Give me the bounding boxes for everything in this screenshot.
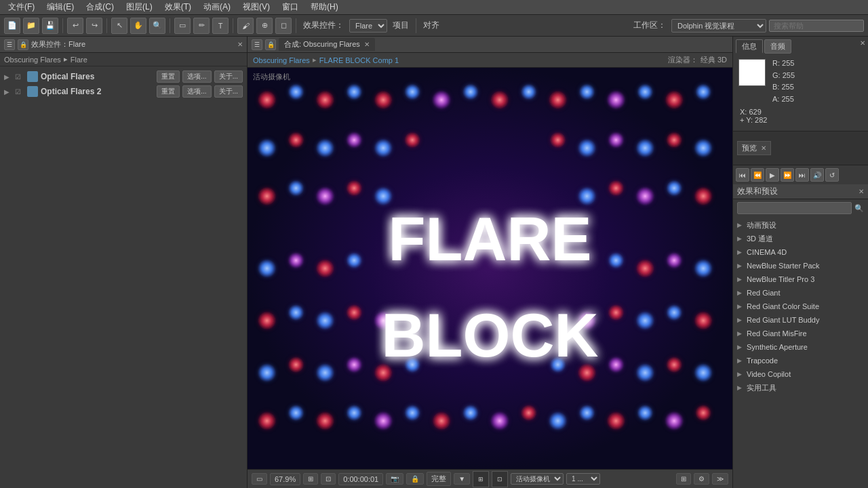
camera-mode-select[interactable]: 活动摄像机: [511, 473, 564, 485]
info-close[interactable]: ✕: [860, 39, 865, 54]
viewer-region-btn[interactable]: ▭: [252, 473, 267, 485]
preview-play[interactable]: ▶: [766, 168, 779, 182]
viewer-area[interactable]: 活动摄像机: [248, 68, 732, 469]
preview-next[interactable]: ⏩: [781, 168, 794, 182]
svg-point-77: [490, 411, 509, 430]
panel-lock-btn[interactable]: 🔒: [18, 39, 28, 50]
effect-expand-2[interactable]: ▶: [4, 88, 12, 96]
toolbar-pen[interactable]: ✏: [193, 18, 210, 34]
breadcrumb-parent[interactable]: Obscuring Flares: [4, 56, 61, 64]
preview-audio[interactable]: 🔊: [810, 168, 824, 182]
menu-edit[interactable]: 编辑(E): [41, 0, 79, 14]
toolbar-zoom-tool[interactable]: 🔍: [149, 18, 165, 34]
menu-view[interactable]: 视图(V): [237, 0, 275, 14]
toolbar-new[interactable]: 📄: [4, 18, 20, 34]
menu-layer[interactable]: 图层(L): [121, 0, 158, 14]
effect-options-2[interactable]: 选项...: [182, 85, 211, 98]
toolbar-save[interactable]: 💾: [42, 18, 58, 34]
tree-item-cinema4d[interactable]: ▶ CINEMA 4D: [733, 245, 868, 259]
effect-checkbox-1[interactable]: ☑: [15, 73, 24, 81]
effects-presets-close[interactable]: ✕: [859, 188, 864, 195]
effect-reset-1[interactable]: 重置: [157, 70, 180, 83]
toolbar-redo[interactable]: ↪: [86, 18, 102, 34]
preview-tab[interactable]: 预览 ✕: [737, 141, 771, 155]
menu-animation[interactable]: 动画(A): [198, 0, 236, 14]
effect-about-2[interactable]: 关于...: [214, 85, 243, 98]
viewer-breadcrumb-sub[interactable]: FLARE BLOCK Comp 1: [319, 56, 399, 64]
toolbar-undo[interactable]: ↩: [67, 18, 83, 34]
breadcrumb-sep: ▸: [64, 55, 68, 64]
preview-last[interactable]: ⏭: [795, 168, 809, 182]
info-tab[interactable]: 信息: [736, 39, 763, 54]
viewer-safe-btn[interactable]: ⊡: [492, 471, 508, 487]
effect-checkbox-2[interactable]: ☑: [15, 88, 24, 96]
toolbar-clone[interactable]: ⊕: [256, 18, 273, 34]
viewer-export-btn[interactable]: ⊞: [676, 473, 691, 485]
tree-item-red-giant[interactable]: ▶ Red Giant: [733, 286, 868, 300]
effects-dropdown[interactable]: Flare: [349, 19, 387, 33]
menu-comp[interactable]: 合成(C): [81, 0, 119, 14]
viewer-tab-close[interactable]: ✕: [364, 41, 370, 48]
toolbar-open[interactable]: 📁: [23, 18, 39, 34]
viewer-lock-view[interactable]: 🔒: [406, 473, 424, 485]
viewer-fit-btn[interactable]: ⊞: [303, 473, 318, 485]
viewer-settings-btn[interactable]: ⚙: [694, 473, 709, 485]
preview-loop[interactable]: ↺: [825, 168, 839, 182]
tree-item-rg-lut-buddy[interactable]: ▶ Red Giant LUT Buddy: [733, 313, 868, 327]
zoom-display[interactable]: 67.9%: [270, 473, 300, 485]
tree-item-video-copilot[interactable]: ▶ Video Copilot: [733, 367, 868, 381]
effect-reset-2[interactable]: 重置: [157, 85, 180, 98]
toolbar-brush[interactable]: 🖌: [237, 18, 254, 34]
toolbar-select[interactable]: ↖: [111, 18, 127, 34]
svg-point-49: [315, 311, 334, 330]
effect-expand-1[interactable]: ▶: [4, 73, 12, 81]
viewer-breadcrumb-comp[interactable]: Obscuring Flares: [253, 56, 310, 64]
effects-search-input[interactable]: [737, 202, 852, 214]
svg-point-32: [346, 180, 362, 197]
viewer-camera-btn[interactable]: 📷: [386, 473, 403, 485]
viewer-tab-comp[interactable]: 合成: Obscuring Flares ✕: [279, 38, 375, 51]
viewer-lock-btn[interactable]: 🔒: [265, 39, 276, 50]
viewer-grid-btn[interactable]: ⊞: [473, 471, 489, 487]
effect-options-1[interactable]: 选项...: [182, 70, 211, 83]
tree-item-anim-preset[interactable]: ▶ 动画预设: [733, 218, 868, 232]
viewer-menu-btn[interactable]: ☰: [252, 39, 262, 50]
tree-expand-4: ▶: [737, 276, 744, 283]
toolbar-eraser[interactable]: ◻: [275, 18, 292, 34]
effect-about-1[interactable]: 关于...: [214, 70, 243, 83]
tree-item-trapcode[interactable]: ▶ Trapcode: [733, 354, 868, 367]
toolbar-text[interactable]: T: [212, 18, 229, 34]
audio-tab[interactable]: 音频: [764, 39, 791, 54]
svg-point-27: [578, 138, 597, 157]
tree-item-rg-misfire[interactable]: ▶ Red Giant MisFire: [733, 327, 868, 340]
tree-item-synthetic-aperture[interactable]: ▶ Synthetic Aperture: [733, 340, 868, 354]
tree-item-newblue-starter[interactable]: ▶ NewBlue Starter Pack: [733, 259, 868, 272]
menu-file[interactable]: 文件(F): [3, 0, 40, 14]
viewer-snap-btn[interactable]: ⊡: [321, 473, 336, 485]
effect-row-1[interactable]: ▶ ☑ Optical Flares 重置 选项... 关于...: [0, 69, 247, 84]
effect-row-2[interactable]: ▶ ☑ Optical Flares 2 重置 选项... 关于...: [0, 84, 247, 99]
panel-close[interactable]: ✕: [237, 41, 243, 48]
preview-close[interactable]: ✕: [761, 144, 766, 152]
viewer-dropdown-btn[interactable]: ▼: [454, 473, 470, 485]
svg-point-9: [490, 90, 509, 109]
menu-help[interactable]: 帮助(H): [305, 0, 344, 14]
tree-item-newblue-titler[interactable]: ▶ NewBlue Titler Pro 3: [733, 272, 868, 286]
tree-item-3d[interactable]: ▶ 3D 通道: [733, 232, 868, 245]
toolbar-hand[interactable]: ✋: [130, 18, 146, 34]
preview-first[interactable]: ⏮: [736, 168, 749, 182]
preview-prev[interactable]: ⏪: [751, 168, 764, 182]
complete-display[interactable]: 完整: [427, 472, 451, 486]
time-display[interactable]: 0:00:00:01: [338, 473, 383, 485]
left-panel: ☰ 🔒 效果控件：Flare ✕ Obscuring Flares ▸ Flar…: [0, 37, 248, 488]
magnify-select[interactable]: 1 ...: [566, 473, 600, 485]
toolbar-shape[interactable]: ▭: [174, 18, 191, 34]
tree-item-rg-color-suite[interactable]: ▶ Red Giant Color Suite: [733, 300, 868, 313]
workspace-dropdown[interactable]: Dolphin 视觉课程: [671, 19, 766, 33]
viewer-more-btn[interactable]: ≫: [712, 473, 728, 485]
help-search[interactable]: [769, 20, 864, 32]
tree-item-utility[interactable]: ▶ 实用工具: [733, 381, 868, 394]
menu-effects[interactable]: 效果(T): [159, 0, 197, 14]
panel-menu-btn[interactable]: ☰: [4, 39, 15, 50]
menu-window[interactable]: 窗口: [277, 0, 304, 14]
